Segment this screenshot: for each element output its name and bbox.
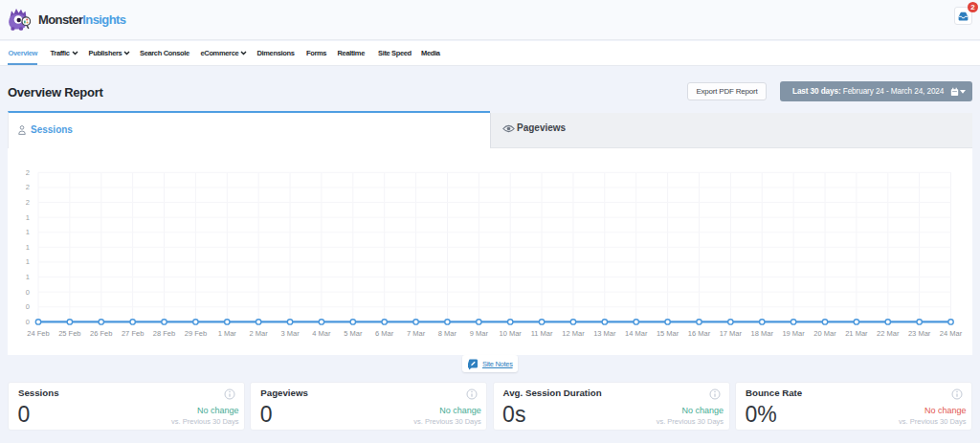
svg-text:5 Mar: 5 Mar (344, 329, 363, 338)
svg-text:16 Mar: 16 Mar (688, 329, 711, 338)
svg-text:9 Mar: 9 Mar (470, 329, 489, 338)
svg-text:14 Mar: 14 Mar (625, 329, 648, 338)
svg-text:1: 1 (26, 228, 30, 236)
svg-text:1: 1 (26, 273, 30, 281)
svg-text:2: 2 (26, 183, 30, 191)
svg-text:3 Mar: 3 Mar (280, 329, 300, 338)
svg-text:1: 1 (26, 243, 30, 252)
svg-text:1 Mar: 1 Mar (218, 329, 237, 338)
svg-text:26 Feb: 26 Feb (90, 329, 112, 338)
svg-text:7 Mar: 7 Mar (407, 329, 426, 338)
svg-text:15 Mar: 15 Mar (657, 329, 679, 338)
svg-text:1: 1 (26, 213, 30, 222)
svg-text:21 Mar: 21 Mar (845, 329, 868, 338)
svg-text:24 Feb: 24 Feb (27, 329, 49, 338)
svg-text:2: 2 (26, 168, 30, 177)
svg-text:17 Mar: 17 Mar (720, 329, 743, 338)
svg-text:18 Mar: 18 Mar (751, 329, 774, 338)
svg-text:29 Feb: 29 Feb (185, 329, 207, 338)
svg-text:4 Mar: 4 Mar (312, 329, 331, 338)
svg-text:12 Mar: 12 Mar (562, 329, 585, 338)
svg-text:0: 0 (26, 318, 30, 326)
svg-text:0: 0 (26, 302, 30, 311)
svg-text:23 Mar: 23 Mar (908, 329, 931, 338)
svg-text:8 Mar: 8 Mar (438, 329, 457, 338)
svg-text:10 Mar: 10 Mar (500, 329, 523, 338)
svg-text:2: 2 (26, 198, 30, 207)
svg-text:19 Mar: 19 Mar (782, 329, 805, 338)
svg-text:13 Mar: 13 Mar (593, 329, 616, 338)
svg-text:28 Feb: 28 Feb (153, 329, 175, 338)
svg-text:25 Feb: 25 Feb (58, 329, 80, 338)
svg-text:0: 0 (26, 288, 30, 297)
svg-text:24 Mar: 24 Mar (940, 329, 963, 338)
svg-text:2 Mar: 2 Mar (250, 329, 269, 338)
svg-text:11 Mar: 11 Mar (531, 329, 553, 338)
svg-text:27 Feb: 27 Feb (122, 329, 144, 338)
svg-text:20 Mar: 20 Mar (813, 329, 836, 338)
svg-text:22 Mar: 22 Mar (877, 329, 900, 338)
svg-text:1: 1 (26, 257, 30, 266)
svg-text:6 Mar: 6 Mar (375, 329, 394, 338)
